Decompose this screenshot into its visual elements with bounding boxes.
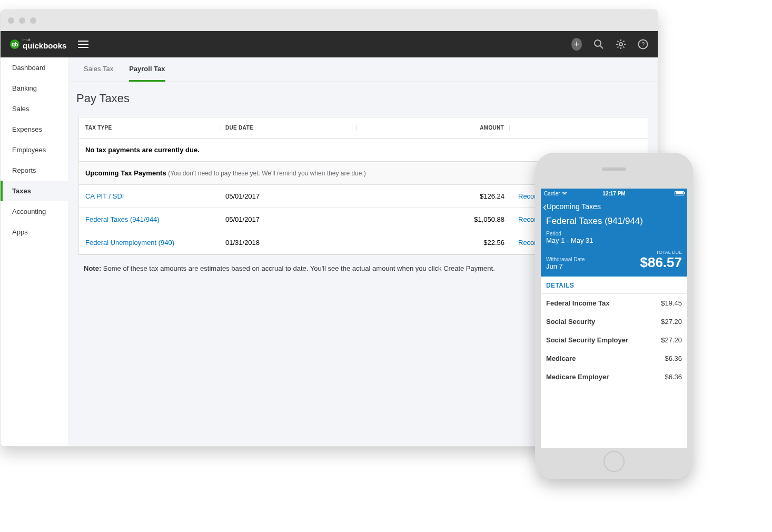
phone-detail-line: Social Security Employer$27.20 <box>541 331 687 349</box>
window-min-dot[interactable] <box>19 17 25 24</box>
phone-tax-title: Federal Taxes (941/944) <box>546 216 682 226</box>
phone-line-label: Social Security Employer <box>546 336 628 344</box>
note-body: Some of these tax amounts are estimates … <box>103 264 495 272</box>
sidebar-item-reports[interactable]: Reports <box>1 160 68 181</box>
wifi-icon <box>561 192 568 196</box>
phone-back-label: Upcoming Taxes <box>547 202 601 211</box>
phone-line-amount: $19.45 <box>661 299 682 307</box>
upcoming-label: Upcoming Tax Payments <box>85 169 166 177</box>
gear-icon[interactable] <box>616 39 626 50</box>
tax-type-link[interactable]: Federal Taxes (941/944) <box>85 215 160 223</box>
amount-cell: $22.56 <box>357 239 510 247</box>
sidebar: DashboardBankingSalesExpensesEmployeesRe… <box>1 57 68 446</box>
amount-cell: $1,050.88 <box>357 215 510 223</box>
phone-back-nav[interactable]: ‹ Upcoming Taxes <box>541 198 687 214</box>
phone-home-button[interactable] <box>603 451 625 472</box>
phone-line-label: Social Security <box>546 318 595 326</box>
phone-total-value: $86.57 <box>640 255 682 270</box>
note-label: Note: <box>84 264 101 272</box>
col-header-tax-type: TAX TYPE <box>85 125 220 131</box>
phone-period-label: Period <box>546 231 682 237</box>
brand-badge-icon: qb <box>10 40 19 49</box>
upcoming-hint: (You don't need to pay these yet. We'll … <box>168 170 365 177</box>
table-header-row: TAX TYPE DUE DATE AMOUNT <box>79 117 648 139</box>
page-title: Pay Taxes <box>68 82 658 117</box>
phone-line-amount: $6.36 <box>665 373 682 381</box>
sidebar-item-sales[interactable]: Sales <box>1 98 68 119</box>
phone-detail-line: Federal Income Tax$19.45 <box>541 294 687 312</box>
phone-line-amount: $27.20 <box>661 336 682 344</box>
phone-line-label: Medicare Employer <box>546 373 609 381</box>
tax-type-link[interactable]: Federal Unemployment (940) <box>85 239 174 247</box>
phone-detail-line: Medicare Employer$6.36 <box>541 368 687 386</box>
phone-line-amount: $6.36 <box>665 354 682 362</box>
search-icon[interactable] <box>593 39 604 50</box>
chevron-left-icon: ‹ <box>543 201 547 212</box>
phone-detail-line: Medicare$6.36 <box>541 349 687 368</box>
phone-line-label: Medicare <box>546 354 576 362</box>
phone-line-label: Federal Income Tax <box>546 299 609 307</box>
phone-mockup: Carrier 12:17 PM ‹ Upcoming Taxes Federa… <box>535 153 693 479</box>
battery-icon <box>675 191 684 195</box>
brand-logo[interactable]: qb intuit quickbooks <box>10 38 66 51</box>
phone-carrier: Carrier <box>544 191 568 196</box>
window-max-dot[interactable] <box>30 17 36 24</box>
sidebar-item-banking[interactable]: Banking <box>1 78 68 98</box>
col-header-amount: AMOUNT <box>357 125 510 131</box>
window-titlebar <box>1 10 658 31</box>
amount-cell: $126.24 <box>357 192 510 200</box>
phone-withdrawal-label: Withdrawal Date <box>546 257 585 262</box>
tab-sales-tax[interactable]: Sales Tax <box>84 65 113 82</box>
sidebar-item-taxes[interactable]: Taxes <box>1 181 68 201</box>
phone-detail-line: Social Security$27.20 <box>541 312 687 331</box>
sidebar-item-apps[interactable]: Apps <box>1 222 68 242</box>
phone-period-value: May 1 - May 31 <box>546 237 682 244</box>
svg-point-0 <box>595 40 601 46</box>
phone-screen: Carrier 12:17 PM ‹ Upcoming Taxes Federa… <box>541 189 687 448</box>
sidebar-item-accounting[interactable]: Accounting <box>1 201 68 222</box>
due-date-cell: 05/01/2017 <box>220 192 357 200</box>
tab-bar: Sales TaxPayroll Tax <box>68 57 658 82</box>
phone-details-header: DETAILS <box>541 277 687 294</box>
top-nav: qb intuit quickbooks + ? <box>1 31 658 57</box>
help-icon[interactable]: ? <box>638 39 648 50</box>
due-date-cell: 05/01/2017 <box>220 215 357 223</box>
window-close-dot[interactable] <box>8 17 14 24</box>
hamburger-icon[interactable] <box>78 41 88 48</box>
phone-time: 12:17 PM <box>602 191 625 196</box>
phone-status-bar: Carrier 12:17 PM <box>541 189 687 198</box>
phone-line-amount: $27.20 <box>661 318 682 326</box>
phone-header: Federal Taxes (941/944) Period May 1 - M… <box>541 214 687 277</box>
due-date-cell: 01/31/2018 <box>220 239 357 247</box>
col-header-due-date: DUE DATE <box>220 125 357 131</box>
add-icon[interactable]: + <box>571 39 582 50</box>
tab-payroll-tax[interactable]: Payroll Tax <box>129 65 165 82</box>
tax-type-link[interactable]: CA PIT / SDI <box>85 192 124 200</box>
sidebar-item-dashboard[interactable]: Dashboard <box>1 57 68 78</box>
svg-text:?: ? <box>641 41 645 47</box>
phone-speaker <box>602 168 626 171</box>
sidebar-item-employees[interactable]: Employees <box>1 140 68 160</box>
phone-withdrawal-value: Jun 7 <box>546 262 585 270</box>
svg-point-1 <box>619 43 622 46</box>
brand-name: quickbooks <box>23 41 66 50</box>
sidebar-item-expenses[interactable]: Expenses <box>1 119 68 140</box>
